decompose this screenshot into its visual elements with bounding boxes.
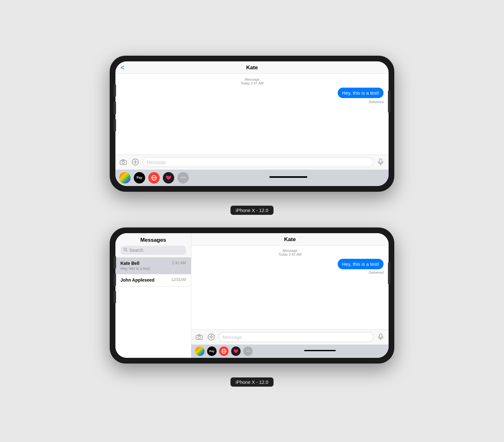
conv-kate-preview: Hey, this is a test!	[120, 266, 186, 271]
split-chat-body: iMessage Today 2:42 AM Hey, this is a te…	[191, 246, 389, 329]
conv-item-kate[interactable]: Kate Bell 2:42 AM Hey, this is a test!	[115, 258, 191, 274]
split-message-bubble: Hey, this is a test!	[338, 259, 384, 269]
photos-app-icon[interactable]	[119, 172, 131, 184]
applepay-icon[interactable]: Pay	[134, 172, 145, 184]
split-bubble-row: Hey, this is a test!	[196, 259, 384, 269]
more-icon[interactable]: ···	[177, 172, 189, 184]
search-placeholder: Search	[129, 248, 143, 253]
svg-line-11	[126, 251, 127, 252]
svg-point-1	[122, 161, 125, 164]
split-camera-icon[interactable]	[194, 332, 204, 342]
split-apps-icon[interactable]	[206, 332, 216, 342]
back-button[interactable]: <	[120, 64, 125, 72]
vol-btn-3	[114, 119, 116, 132]
globe-icon[interactable]	[148, 172, 160, 184]
split-chat-title: Kate	[284, 236, 296, 243]
apps-icon[interactable]	[131, 157, 140, 167]
chat-pane: Kate iMessage Today 2:42 AM Hey, this is…	[191, 233, 389, 358]
message-bubble-row: Hey, this is a test!	[120, 88, 384, 98]
split-more-icon[interactable]: ···	[243, 346, 253, 356]
split-applepay-icon[interactable]: Pay	[207, 346, 217, 356]
conv-kate-top: Kate Bell 2:42 AM	[120, 261, 186, 266]
power-btn	[388, 90, 390, 113]
home-indicator	[269, 176, 307, 178]
split-input-bar: Message	[191, 329, 389, 345]
conv-john-top: John Appleseed 12/31/00	[120, 277, 186, 283]
split-home-indicator	[304, 350, 336, 351]
phone2-power-btn	[388, 262, 390, 284]
phone2-vol-btn-2	[114, 273, 116, 286]
phone1-frame: < Kate iMessage Today 2:47 AM Hey, this …	[110, 56, 394, 192]
messages-title: Messages	[120, 237, 186, 243]
heart-icon[interactable]	[163, 172, 174, 184]
chat-header: < Kate	[115, 61, 389, 74]
messages-sidebar: Messages Search Kate Bell 2:42 AM	[115, 233, 191, 358]
phone2-screen: Messages Search Kate Bell 2:42 AM	[115, 233, 389, 358]
apps-strip: Pay ···	[115, 170, 389, 186]
split-applepay-label: Pay	[209, 350, 214, 353]
imessage-pane: < Kate iMessage Today 2:47 AM Hey, this …	[115, 61, 389, 186]
messages-sidebar-header: Messages Search	[115, 233, 191, 258]
conv-kate-name: Kate Bell	[120, 261, 139, 266]
applepay-label: Pay	[137, 176, 142, 179]
phone1-screen: < Kate iMessage Today 2:47 AM Hey, this …	[115, 61, 389, 186]
split-message-timestamp: iMessage Today 2:42 AM	[196, 249, 384, 256]
split-photos-icon[interactable]	[195, 346, 205, 356]
phone2-label: iPhone X - 12.0	[230, 377, 273, 387]
conv-kate-time: 2:42 AM	[172, 261, 186, 266]
vol-btn-1	[114, 84, 116, 97]
split-globe-icon[interactable]	[219, 346, 229, 356]
message-status: Delivered	[120, 100, 384, 104]
svg-point-13	[198, 336, 200, 339]
conv-item-john[interactable]: John Appleseed 12/31/00	[115, 274, 191, 287]
more-label: ···	[181, 174, 185, 181]
search-icon	[124, 248, 127, 252]
split-mic-icon[interactable]	[376, 332, 385, 342]
conversation-list: Kate Bell 2:42 AM Hey, this is a test! J…	[115, 258, 191, 358]
svg-rect-17	[379, 334, 382, 338]
mic-icon[interactable]	[376, 157, 385, 167]
split-message-status: Delivered	[196, 271, 384, 274]
svg-point-10	[124, 248, 126, 251]
conv-john-time: 12/31/00	[171, 277, 186, 283]
split-message-input[interactable]: Message	[218, 332, 373, 342]
chat-body: iMessage Today 2:47 AM Hey, this is a te…	[115, 74, 389, 154]
split-heart-icon[interactable]	[231, 346, 241, 356]
split-apps-strip: Pay ···	[191, 345, 389, 358]
chat-title: Kate	[246, 65, 258, 71]
search-bar[interactable]: Search	[120, 246, 186, 255]
phone2-vol-btn-1	[114, 256, 116, 269]
vol-btn-2	[114, 102, 116, 114]
conv-john-name: John Appleseed	[120, 277, 155, 283]
message-bubble: Hey, this is a test!	[338, 88, 384, 98]
input-bar: Message	[115, 154, 389, 170]
svg-rect-5	[379, 159, 382, 163]
message-timestamp: iMessage Today 2:47 AM	[120, 78, 384, 85]
camera-icon[interactable]	[119, 157, 128, 167]
phone2-vol-btn-3	[114, 291, 116, 303]
split-more-label: ···	[246, 349, 249, 353]
message-input[interactable]: Message	[143, 157, 373, 167]
phone2-frame: Messages Search Kate Bell 2:42 AM	[110, 227, 394, 364]
phone1-label: iPhone X - 12.0	[230, 206, 273, 215]
split-chat-header: Kate	[191, 233, 389, 246]
